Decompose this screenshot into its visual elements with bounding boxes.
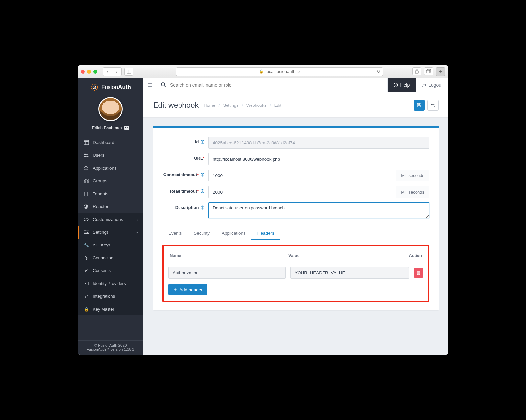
logout-icon — [422, 83, 426, 87]
svg-rect-12 — [84, 140, 89, 145]
delete-header-button[interactable] — [414, 268, 423, 278]
sidebar-item-api-keys[interactable]: 🔧API Keys — [78, 239, 143, 251]
avatar[interactable] — [98, 97, 123, 121]
reload-icon[interactable]: ↻ — [377, 69, 380, 74]
url-input[interactable] — [208, 153, 429, 165]
browser-forward-button[interactable]: › — [112, 68, 121, 76]
back-button[interactable] — [427, 100, 439, 111]
sidebar-item-key-master[interactable]: 🔒Key Master — [78, 303, 143, 315]
sidebar-item-label: Identity Providers — [93, 281, 126, 286]
topbar: ? Help Logout — [143, 78, 448, 92]
unit-label: Milliseconds — [396, 186, 429, 198]
sidebar-item-integrations[interactable]: ⇄Integrations — [78, 290, 143, 303]
tab-events[interactable]: Events — [162, 227, 188, 240]
sidebar: FusionAuth Erlich Bachman Dashboard — [78, 78, 143, 355]
lock-icon: 🔒 — [259, 69, 264, 74]
app-shell: FusionAuth Erlich Bachman Dashboard — [78, 78, 448, 355]
settings-submenu: 🔧API Keys ❯Connectors ✔Consents Identity… — [78, 239, 143, 315]
new-tab-button[interactable]: + — [436, 67, 445, 76]
tabs: Events Security Applications Headers — [162, 227, 429, 240]
sidebar-toggle-icon[interactable] — [124, 68, 133, 76]
chevron-right-icon: ❯ — [84, 256, 89, 260]
sidebar-item-consents[interactable]: ✔Consents — [78, 264, 143, 277]
svg-point-15 — [84, 154, 86, 155]
svg-rect-9 — [125, 127, 126, 128]
help-label: Help — [400, 82, 410, 88]
sidebar-item-label: Users — [93, 153, 104, 158]
form-label: Read timeout* ⓘ — [162, 186, 208, 194]
svg-line-45 — [164, 86, 166, 87]
tabs-icon[interactable] — [424, 67, 433, 75]
read-timeout-input[interactable] — [208, 186, 396, 198]
minimize-window-icon[interactable] — [87, 70, 91, 74]
username: Erlich Bachman — [92, 125, 129, 130]
header-actions — [414, 100, 439, 111]
connect-timeout-input[interactable] — [208, 170, 396, 181]
logout-button[interactable]: Logout — [416, 78, 448, 92]
sliders-icon — [84, 230, 89, 234]
sidebar-item-users[interactable]: Users — [78, 149, 143, 162]
info-icon[interactable]: ⓘ — [201, 189, 204, 194]
info-icon[interactable]: ⓘ — [201, 140, 204, 144]
sidebar-item-customizations[interactable]: Customizations — [78, 213, 143, 226]
sidebar-item-dashboard[interactable]: Dashboard — [78, 136, 143, 149]
svg-rect-0 — [127, 70, 131, 74]
browser-chrome: ‹ › 🔒 local.fusionauth.io ↻ + — [78, 65, 448, 78]
sidebar-item-tenants[interactable]: Tenants — [78, 187, 143, 200]
info-icon[interactable]: ⓘ — [201, 205, 204, 210]
description-textarea[interactable]: Deactivate user on password breach — [208, 202, 429, 218]
id-card-icon — [124, 126, 129, 130]
id-input — [208, 137, 429, 149]
save-button[interactable] — [414, 100, 425, 111]
sidebar-item-applications[interactable]: Applications — [78, 162, 143, 175]
content: Id ⓘ URL* Connect timeout* ⓘ Millisecond — [143, 118, 448, 355]
sidebar-item-reactor[interactable]: Reactor — [78, 200, 143, 213]
form-panel: Id ⓘ URL* Connect timeout* ⓘ Millisecond — [153, 126, 439, 310]
sidebar-item-groups[interactable]: Groups — [78, 175, 143, 187]
svg-point-34 — [87, 232, 88, 233]
sidebar-item-settings[interactable]: Settings — [78, 226, 143, 239]
exchange-icon: ⇄ — [84, 294, 89, 299]
svg-rect-27 — [86, 193, 87, 193]
cube-icon — [84, 166, 89, 171]
form-label: Description ⓘ — [162, 202, 208, 211]
main-area: ? Help Logout Edit webhook Home/ Setting… — [143, 78, 448, 355]
sidebar-item-identity-providers[interactable]: Identity Providers — [78, 277, 143, 290]
header-value-input[interactable] — [290, 267, 409, 279]
address-bar[interactable]: 🔒 local.fusionauth.io ↻ — [176, 67, 383, 76]
svg-point-32 — [84, 230, 86, 232]
breadcrumb-item[interactable]: Home — [204, 103, 215, 108]
maximize-window-icon[interactable] — [93, 70, 97, 74]
svg-text:?: ? — [395, 83, 397, 87]
sidebar-item-label: Integrations — [93, 294, 115, 299]
tab-applications[interactable]: Applications — [216, 227, 251, 240]
search-input[interactable] — [170, 82, 383, 88]
sidebar-item-label: Consents — [93, 268, 111, 273]
add-header-button[interactable]: ＋ Add header — [168, 284, 207, 295]
help-button[interactable]: ? Help — [387, 78, 416, 92]
sidebar-item-connectors[interactable]: ❯Connectors — [78, 251, 143, 264]
svg-point-7 — [94, 87, 95, 88]
tab-headers[interactable]: Headers — [251, 227, 280, 240]
svg-point-44 — [161, 83, 165, 86]
groups-icon — [84, 179, 89, 183]
col-header-value: Value — [288, 253, 402, 258]
svg-rect-29 — [86, 194, 87, 194]
breadcrumb-item[interactable]: Settings — [223, 103, 238, 108]
browser-back-button[interactable]: ‹ — [103, 68, 112, 76]
dashboard-icon — [84, 140, 89, 145]
collapse-sidebar-button[interactable] — [143, 78, 156, 92]
tab-security[interactable]: Security — [188, 227, 216, 240]
close-window-icon[interactable] — [81, 70, 85, 74]
info-icon[interactable]: ⓘ — [201, 173, 204, 177]
sidebar-item-label: Applications — [93, 166, 117, 171]
sidebar-item-label: Connectors — [93, 255, 114, 260]
breadcrumb-item[interactable]: Webhooks — [246, 103, 266, 108]
page-header: Edit webhook Home/ Settings/ Webhooks/ E… — [143, 92, 448, 118]
share-icon[interactable] — [412, 67, 421, 75]
reactor-icon — [84, 204, 89, 209]
save-icon — [417, 103, 421, 107]
sidebar-item-label: Settings — [93, 230, 109, 235]
header-name-input[interactable] — [168, 267, 286, 279]
headers-table-head: Name Value Action — [168, 250, 423, 263]
